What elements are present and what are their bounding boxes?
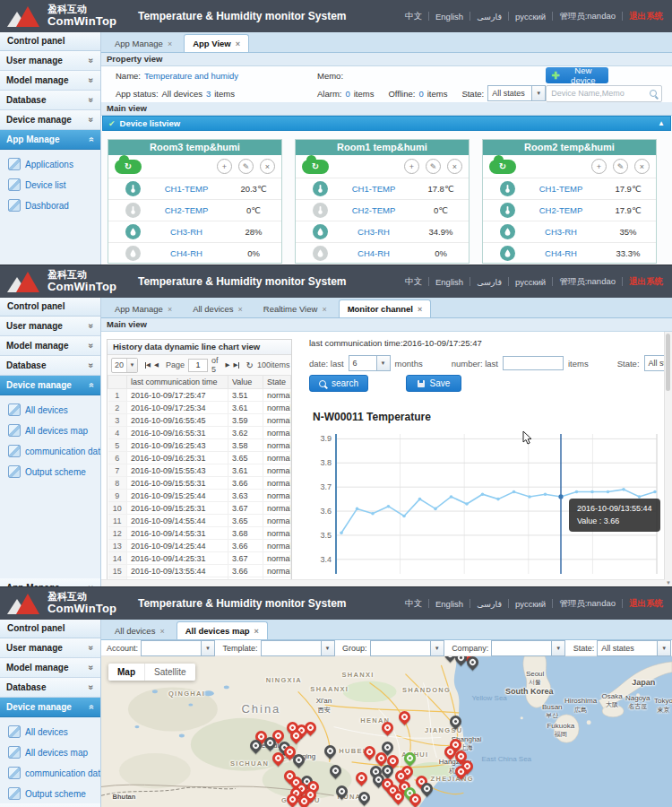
tab-close-icon[interactable]: × [254,627,259,636]
sidebar-item-all-devices-map[interactable]: All devices map [8,746,100,759]
table-row[interactable]: 32016-10-09/16:55:453.59normal [108,414,291,427]
filter-select-company[interactable]: ▼ [491,640,565,656]
tab-close-icon[interactable]: × [322,305,326,314]
add-button[interactable]: + [591,159,607,174]
sidebar-group-app-manage[interactable]: App Manage» [0,578,100,586]
edit-button[interactable]: ✎ [613,159,628,174]
tab-app-view[interactable]: App View× [184,34,249,52]
sidebar-item-output-scheme[interactable]: Output scheme [8,787,100,800]
sidebar-item-all-devices[interactable]: All devices [8,725,100,738]
save-button[interactable]: Save [406,375,461,392]
close-button[interactable]: × [260,159,275,174]
lang-zh[interactable]: 中文 [405,598,422,610]
sidebar-group-model-manage[interactable]: Model manage» [0,658,100,678]
tab-all-devices-map[interactable]: All devices map× [177,621,268,639]
new-device-button[interactable]: ✚New device [546,67,608,83]
device-search-input[interactable]: Device Name,Memo [546,85,662,102]
tab-close-icon[interactable]: × [159,627,164,636]
tab-monitor-channel[interactable]: Monitor channel× [339,299,432,317]
sidebar-item-applications[interactable]: Applications [8,158,100,170]
table-row[interactable]: 72016-10-09/15:55:433.61normal [108,464,291,477]
add-button[interactable]: + [404,159,419,174]
device-listview-header[interactable]: ✔ Device listview ▲ [102,116,671,131]
cloud-sync-icon[interactable]: ↻ [115,160,142,174]
cloud-sync-icon[interactable]: ↻ [489,160,516,174]
refresh-icon[interactable]: ↻ [246,360,254,370]
vertical-scrollbar[interactable]: ▼ [664,332,672,586]
channel-name-link[interactable]: CH2-TEMP [328,205,419,215]
sidebar-item-output-scheme[interactable]: Output scheme [8,465,100,478]
channel-name-link[interactable]: CH1-TEMP [328,184,419,194]
lang-ru[interactable]: русский [515,599,546,609]
close-button[interactable]: × [447,159,462,174]
channel-name-link[interactable]: CH2-TEMP [141,205,232,215]
sidebar-item-device-list[interactable]: Device list [8,178,100,191]
add-button[interactable]: + [217,159,232,174]
tab-app-manage[interactable]: App Manage× [106,34,181,52]
sidebar-group-database[interactable]: Database» [0,678,100,698]
lang-fa[interactable]: فارسى [477,12,502,22]
map-button[interactable]: Map [108,664,145,681]
channel-name-link[interactable]: CH1-TEMP [515,184,607,194]
scrollbar-thumb[interactable] [666,334,670,391]
sidebar-group-database[interactable]: Database» [0,356,100,376]
logout-link[interactable]: 退出系统 [629,276,663,288]
tab-close-icon[interactable]: × [168,39,172,48]
lang-en[interactable]: English [435,12,463,22]
column-header-value[interactable]: Value [228,376,263,389]
tab-close-icon[interactable]: × [236,39,240,48]
lang-ru[interactable]: русский [515,12,546,22]
table-row[interactable]: 112016-10-09/14:55:443.65normal [108,515,291,527]
tab-app-manage[interactable]: App Manage× [106,299,181,317]
app-name-value[interactable]: Temperature and humidy [144,71,238,81]
table-row[interactable]: 52016-10-09/16:25:433.58normal [108,439,291,452]
sidebar-group-app-manage[interactable]: App Manage» [0,803,100,807]
close-button[interactable]: × [634,159,650,174]
table-row[interactable]: 152016-10-09/13:55:443.66normal [108,565,291,577]
lang-en[interactable]: English [435,277,463,287]
sidebar-group-user-manage[interactable]: User manage» [0,51,100,71]
filter-select-group[interactable]: ▼ [370,640,444,656]
sidebar-group-device-manage[interactable]: Device manage» [0,698,100,717]
filter-select-template[interactable]: ▼ [261,640,335,656]
tab-close-icon[interactable]: × [238,305,243,314]
sidebar-item-dashborad[interactable]: Dashborad [8,199,100,212]
table-row[interactable]: 12016-10-09/17:25:473.51normal [108,389,291,402]
date-range-select[interactable]: 6▼ [349,355,391,371]
channel-name-link[interactable]: CH1-TEMP [141,184,232,194]
lang-fa[interactable]: فارسى [477,277,502,287]
number-input[interactable] [503,356,564,370]
lang-fa[interactable]: فارسى [477,599,502,609]
sidebar-item-all-devices[interactable]: All devices [8,404,100,416]
table-row[interactable]: 92016-10-09/15:25:443.63normal [108,490,291,502]
channel-name-link[interactable]: CH2-TEMP [515,205,607,215]
tab-all-devices[interactable]: All devices× [184,299,252,317]
lang-en[interactable]: English [435,599,463,609]
page-size-select[interactable]: 20▼ [111,358,138,373]
channel-name-link[interactable]: CH3-RH [328,227,419,237]
table-row[interactable]: 22016-10-09/17:25:343.61normal [108,402,291,414]
lang-zh[interactable]: 中文 [405,11,422,22]
tab-close-icon[interactable]: × [168,305,172,314]
cloud-sync-icon[interactable]: ↻ [302,160,329,174]
next-page-button[interactable]: ▶ [226,361,230,369]
sidebar-group-model-manage[interactable]: Model manage» [0,71,100,91]
edit-button[interactable]: ✎ [426,159,441,174]
sidebar-group-device-manage[interactable]: Device manage» [0,110,100,130]
table-row[interactable]: 132016-10-09/14:25:443.66normal [108,540,291,552]
table-row[interactable]: 142016-10-09/14:25:313.67normal [108,552,291,565]
column-header-last-communication-time[interactable]: last communication time [127,376,228,389]
channel-name-link[interactable]: CH3-RH [141,227,232,237]
sidebar-item-communication-data[interactable]: communication data [8,767,100,779]
table-row[interactable]: 122016-10-09/14:55:313.68normal [108,527,291,540]
table-row[interactable]: 62016-10-09/16:25:313.65normal [108,452,291,464]
table-row[interactable]: 102016-10-09/15:25:313.67normal [108,502,291,515]
satellite-button[interactable]: Satellite [145,664,195,681]
logout-link[interactable]: 退出系统 [629,11,663,22]
devices-map[interactable]: Map Satellite QINGHAININGXIASHANXISHAANX… [101,656,672,807]
sidebar-item-all-devices-map[interactable]: All devices map [8,424,100,437]
lang-zh[interactable]: 中文 [405,276,422,288]
last-page-button[interactable]: ▶ [234,361,239,369]
column-header-state[interactable]: State [263,376,291,389]
channel-name-link[interactable]: CH4-RH [515,248,607,258]
